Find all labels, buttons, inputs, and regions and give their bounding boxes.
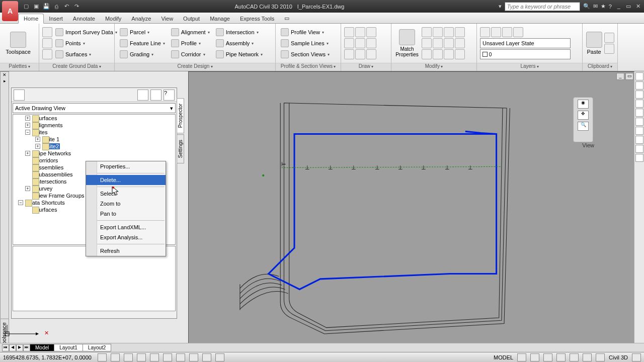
layer-off-icon[interactable] [502,27,512,37]
ts-preview-icon[interactable] [137,89,148,101]
stretch-icon[interactable] [444,27,454,37]
profile-button[interactable]: Profile [169,38,212,48]
feature-line-button[interactable]: Feature Line [118,38,167,48]
tab-insert[interactable]: Insert [44,14,68,23]
ctx-export-analysis[interactable]: Export Analysis... [86,232,166,242]
move-icon[interactable] [422,27,432,37]
status-tray-icon[interactable] [632,353,641,361]
panel-draw[interactable]: Draw [341,63,391,71]
paste-button[interactable]: Paste [586,26,602,61]
help-icon[interactable]: ? [609,4,612,10]
layer-freeze-icon[interactable] [491,27,501,37]
toolspace-grip[interactable]: ✕ ▸ [0,71,9,323]
nav-pan-icon[interactable]: ✥ [578,111,589,120]
status-icon-1[interactable] [517,353,526,361]
ts-help-icon[interactable]: ? [164,89,175,101]
panel-profile-section[interactable]: Profile & Section Views [276,63,341,71]
right-tool-5[interactable] [635,109,643,117]
section-views-button[interactable]: Section Views [279,49,332,59]
search-dropdown-icon[interactable]: ▾ [499,3,502,10]
right-tool-9[interactable] [635,145,643,153]
grading-button[interactable]: Grading [118,49,167,59]
qp-toggle[interactable] [215,353,224,361]
right-tool-6[interactable] [635,118,643,126]
right-tool-3[interactable] [635,90,643,99]
pipe-network-button[interactable]: Pipe Network [214,49,265,59]
model-space-indicator[interactable]: MODEL [494,354,513,360]
panel-modify[interactable]: Modify [391,63,476,71]
copy-clip-icon[interactable] [604,44,614,54]
right-tool-4[interactable] [635,100,643,108]
tab-prev-icon[interactable]: ◀ [9,344,16,351]
qat-save-icon[interactable]: 💾 [42,3,50,11]
copy-icon[interactable] [433,27,443,37]
tab-next-icon[interactable]: ▶ [16,344,23,351]
tab-extras-icon[interactable]: ▭ [279,14,294,23]
workspace-indicator[interactable]: Civil 3D [609,354,628,360]
lwt-toggle[interactable] [202,353,211,361]
status-icon-4[interactable] [556,353,566,361]
ctx-zoom-to[interactable]: Zoom to [86,199,166,209]
draw-point-icon[interactable] [366,49,376,59]
search-icon[interactable]: 🔍 [583,3,590,10]
tree-node-sites[interactable]: −Sites [13,129,175,136]
cgd-icon3[interactable] [42,49,52,59]
ts-view-dropdown[interactable]: Active Drawing View▾ [13,103,176,113]
trim-icon[interactable] [433,38,443,48]
draw-circle-icon[interactable] [344,38,354,48]
qat-open-icon[interactable]: ▣ [32,3,40,11]
draw-line-icon[interactable] [344,27,354,37]
right-tool-2[interactable] [635,81,643,89]
tree-node-site1[interactable]: +Site 1 [13,136,175,143]
viewport-minimize-icon[interactable]: _ [616,73,624,80]
tab-view[interactable]: View [156,14,178,23]
model-tab[interactable]: Model [30,344,54,351]
ctx-delete[interactable]: Delete... [86,175,166,185]
ts-home-icon[interactable] [14,89,25,101]
profile-view-button[interactable]: Profile View [279,27,332,37]
snap-toggle[interactable] [98,353,107,361]
polar-toggle[interactable] [137,353,146,361]
right-tool-10[interactable] [635,154,643,162]
cut-icon[interactable] [604,33,614,43]
drawing-area[interactable]: _ ▭ ✕ [188,71,644,352]
tree-node-site2[interactable]: +Site2 [13,143,175,150]
tab-first-icon[interactable]: ⏮ [2,344,9,351]
tab-home[interactable]: Home [18,14,44,24]
tab-manage[interactable]: Manage [205,14,235,23]
draw-rect-icon[interactable] [355,38,365,48]
panel-create-design[interactable]: Create Design [115,63,275,71]
qat-print-icon[interactable]: ⎙ [52,3,60,11]
osnap-toggle[interactable] [150,353,159,361]
maximize-button[interactable]: ▭ [624,3,632,10]
viewport-maximize-icon[interactable]: ▭ [625,73,633,80]
scale-icon[interactable] [455,38,465,48]
status-icon-6[interactable] [583,353,592,361]
favorites-icon[interactable]: ★ [601,3,606,10]
ortho-toggle[interactable] [124,353,133,361]
tab-annotate[interactable]: Annotate [68,14,100,23]
layout1-tab[interactable]: Layout1 [54,344,83,351]
ctx-properties[interactable]: Properties... [86,161,166,171]
layer-lock-icon[interactable] [513,27,523,37]
otrack-toggle[interactable] [163,353,172,361]
tab-analyze[interactable]: Analyze [126,14,156,23]
qat-new-icon[interactable]: ▢ [22,3,30,11]
ducs-toggle[interactable] [176,353,185,361]
ctx-pan-to[interactable]: Pan to [86,209,166,219]
import-survey-button[interactable]: Import Survey Data [53,27,119,37]
dyn-toggle[interactable] [189,353,198,361]
close-button[interactable]: ✕ [634,3,642,10]
mirror-icon[interactable] [422,38,432,48]
comm-center-icon[interactable]: ✉ [593,3,598,10]
tab-output[interactable]: Output [178,14,205,23]
cgd-icon2[interactable] [42,38,52,48]
qat-redo-icon[interactable]: ↷ [72,3,80,11]
tab-last-icon[interactable]: ⏭ [23,344,30,351]
ctx-refresh[interactable]: Refresh [86,246,166,256]
rotate-icon[interactable] [455,27,465,37]
panel-palettes[interactable]: Palettes [0,63,39,71]
match-properties-button[interactable]: MatchProperties [394,26,420,61]
panel-clipboard[interactable]: Clipboard [583,63,617,71]
qat-undo-icon[interactable]: ↶ [62,3,70,11]
